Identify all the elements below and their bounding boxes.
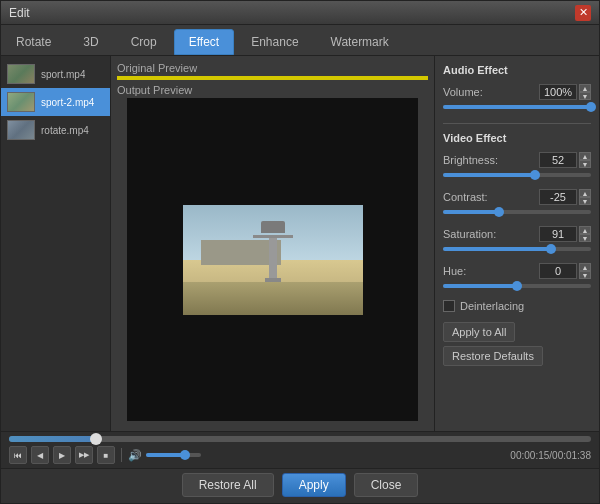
- contrast-control: Contrast: ▲ ▼: [443, 189, 591, 216]
- window-title: Edit: [9, 6, 575, 20]
- deinterlacing-checkbox[interactable]: [443, 300, 455, 312]
- close-button[interactable]: Close: [354, 473, 419, 497]
- volume-icon: 🔊: [128, 449, 142, 462]
- brightness-slider-track[interactable]: [443, 173, 591, 177]
- original-preview-frame: +: [117, 76, 428, 80]
- brightness-label: Brightness:: [443, 154, 498, 166]
- tab-crop[interactable]: Crop: [116, 29, 172, 55]
- saturation-up-button[interactable]: ▲: [579, 226, 591, 234]
- tab-effect[interactable]: Effect: [174, 29, 234, 55]
- brightness-slider-fill: [443, 173, 535, 177]
- hue-label: Hue:: [443, 265, 466, 277]
- volume-value-group: ▲ ▼: [539, 84, 591, 100]
- progress-fill: [9, 436, 96, 442]
- volume-slider-track[interactable]: [443, 105, 591, 109]
- skip-start-button[interactable]: ⏮: [9, 446, 27, 464]
- prev-frame-button[interactable]: ◀: [31, 446, 49, 464]
- progress-track[interactable]: [9, 436, 591, 442]
- original-preview-label: Original Preview: [117, 62, 428, 74]
- hue-control: Hue: ▲ ▼: [443, 263, 591, 290]
- contrast-slider-fill: [443, 210, 499, 214]
- effect-controls-row: Apply to All Restore Defaults: [443, 322, 591, 366]
- contrast-label-row: Contrast: ▲ ▼: [443, 189, 591, 205]
- deinterlacing-row: Deinterlacing: [443, 300, 591, 312]
- contrast-up-button[interactable]: ▲: [579, 189, 591, 197]
- saturation-input[interactable]: [539, 226, 577, 242]
- file-name-sport: sport.mp4: [41, 69, 85, 80]
- file-name-sport2: sport-2.mp4: [41, 97, 94, 108]
- hue-input[interactable]: [539, 263, 577, 279]
- video-effect-title: Video Effect: [443, 132, 591, 144]
- stop-button[interactable]: ■: [97, 446, 115, 464]
- hue-down-button[interactable]: ▼: [579, 271, 591, 279]
- output-preview-label: Output Preview: [117, 84, 428, 96]
- transport-separator: [121, 448, 122, 462]
- next-frame-button[interactable]: ▶▶: [75, 446, 93, 464]
- restore-all-button[interactable]: Restore All: [182, 473, 274, 497]
- progress-thumb[interactable]: [90, 433, 102, 445]
- saturation-slider-thumb[interactable]: [546, 244, 556, 254]
- transport-bar: ⏮ ◀ ▶ ▶▶ ■ 🔊 00:00:15/00:01:38: [1, 432, 599, 468]
- file-thumb-sport2: [7, 92, 35, 112]
- file-thumb-rotate: [7, 120, 35, 140]
- deinterlacing-label: Deinterlacing: [460, 300, 524, 312]
- hue-slider-thumb[interactable]: [512, 281, 522, 291]
- file-item-sport[interactable]: sport.mp4: [1, 60, 110, 88]
- volume-slider-thumb[interactable]: [586, 102, 596, 112]
- close-window-button[interactable]: ✕: [575, 5, 591, 21]
- saturation-label: Saturation:: [443, 228, 496, 240]
- saturation-slider-track[interactable]: [443, 247, 591, 251]
- right-panel: Audio Effect Volume: ▲ ▼: [434, 56, 599, 431]
- tab-enhance[interactable]: Enhance: [236, 29, 313, 55]
- volume-track-thumb[interactable]: [180, 450, 190, 460]
- hue-up-button[interactable]: ▲: [579, 263, 591, 271]
- brightness-input[interactable]: [539, 152, 577, 168]
- volume-label: Volume:: [443, 86, 483, 98]
- play-button[interactable]: ▶: [53, 446, 71, 464]
- brightness-down-button[interactable]: ▼: [579, 160, 591, 168]
- file-item-rotate[interactable]: rotate.mp4: [1, 116, 110, 144]
- volume-input[interactable]: [539, 84, 577, 100]
- main-content: sport.mp4 sport-2.mp4 rotate.mp4 Origina…: [1, 56, 599, 431]
- output-preview-section: Output Preview: [117, 84, 428, 425]
- saturation-down-button[interactable]: ▼: [579, 234, 591, 242]
- apply-to-all-button[interactable]: Apply to All: [443, 322, 515, 342]
- contrast-label: Contrast:: [443, 191, 488, 203]
- audio-effect-title: Audio Effect: [443, 64, 591, 76]
- saturation-slider-fill: [443, 247, 551, 251]
- file-item-sport2[interactable]: sport-2.mp4: [1, 88, 110, 116]
- file-name-rotate: rotate.mp4: [41, 125, 89, 136]
- thumb-image: [8, 93, 34, 111]
- apply-button[interactable]: Apply: [282, 473, 346, 497]
- divider-1: [443, 123, 591, 124]
- contrast-slider-thumb[interactable]: [494, 207, 504, 217]
- title-bar: Edit ✕: [1, 1, 599, 25]
- contrast-down-button[interactable]: ▼: [579, 197, 591, 205]
- hue-label-row: Hue: ▲ ▼: [443, 263, 591, 279]
- controls-row: ⏮ ◀ ▶ ▶▶ ■ 🔊 00:00:15/00:01:38: [9, 446, 591, 464]
- output-scene-content: [183, 205, 363, 315]
- output-tower: [253, 221, 293, 284]
- tab-3d[interactable]: 3D: [68, 29, 113, 55]
- brightness-value-group: ▲ ▼: [539, 152, 591, 168]
- contrast-input[interactable]: [539, 189, 577, 205]
- hue-slider-track[interactable]: [443, 284, 591, 288]
- volume-label-row: Volume: ▲ ▼: [443, 84, 591, 100]
- saturation-spinners: ▲ ▼: [579, 226, 591, 242]
- volume-track[interactable]: [146, 453, 201, 457]
- tab-watermark[interactable]: Watermark: [316, 29, 404, 55]
- brightness-label-row: Brightness: ▲ ▼: [443, 152, 591, 168]
- volume-control: Volume: ▲ ▼: [443, 84, 591, 111]
- contrast-slider-track[interactable]: [443, 210, 591, 214]
- saturation-value-group: ▲ ▼: [539, 226, 591, 242]
- hue-slider-fill: [443, 284, 517, 288]
- restore-defaults-button[interactable]: Restore Defaults: [443, 346, 543, 366]
- volume-up-button[interactable]: ▲: [579, 84, 591, 92]
- volume-down-button[interactable]: ▼: [579, 92, 591, 100]
- tab-rotate[interactable]: Rotate: [1, 29, 66, 55]
- original-preview-section: Original Preview: [117, 62, 428, 80]
- brightness-up-button[interactable]: ▲: [579, 152, 591, 160]
- brightness-slider-thumb[interactable]: [530, 170, 540, 180]
- contrast-value-group: ▲ ▼: [539, 189, 591, 205]
- tab-bar: Rotate 3D Crop Effect Enhance Watermark: [1, 25, 599, 56]
